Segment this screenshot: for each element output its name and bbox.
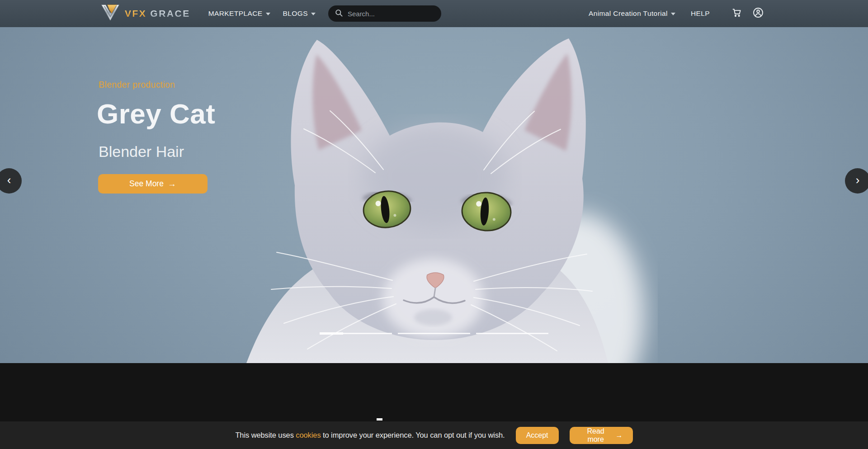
cookie-text-before: This website uses bbox=[235, 431, 296, 439]
nav-item-blogs[interactable]: BLOGS bbox=[283, 9, 316, 18]
carousel-next-button[interactable]: › bbox=[845, 168, 868, 194]
carousel-indicator-1[interactable] bbox=[320, 333, 392, 334]
section-divider-dash bbox=[377, 418, 382, 421]
chevron-down-icon bbox=[311, 13, 316, 15]
brand-grace: GRACE bbox=[150, 8, 190, 19]
accept-label: Accept bbox=[526, 431, 548, 440]
arrow-right-icon: → bbox=[616, 431, 623, 440]
logo-mark-icon bbox=[100, 4, 120, 24]
cookie-banner: This website uses cookies to improve you… bbox=[0, 421, 868, 449]
carousel-indicator-3[interactable] bbox=[476, 333, 548, 334]
carousel-indicators bbox=[320, 333, 548, 334]
content-section bbox=[0, 363, 868, 421]
brand-vfx: VFX bbox=[125, 8, 146, 19]
search-input[interactable] bbox=[348, 10, 438, 18]
chevron-down-icon bbox=[671, 13, 675, 15]
hero-title: Grey Cat bbox=[97, 98, 215, 130]
nav-item-animal-creation-tutorial[interactable]: Animal Creation Tutorial bbox=[589, 9, 675, 18]
read-more-button[interactable]: Read more → bbox=[570, 427, 633, 444]
nav-item-label: MARKETPLACE bbox=[208, 9, 263, 18]
chevron-right-icon: › bbox=[856, 173, 860, 187]
cookie-text-after: to improve your experience. You can opt … bbox=[321, 431, 505, 439]
read-more-label: Read more bbox=[580, 427, 612, 444]
nav-item-label: Animal Creation Tutorial bbox=[589, 9, 668, 18]
search-icon bbox=[335, 9, 343, 19]
account-icon bbox=[752, 7, 764, 20]
hero-carousel: Blender production Grey Cat Blender Hair… bbox=[0, 27, 868, 363]
nav-item-label: BLOGS bbox=[283, 9, 308, 18]
nav-item-marketplace[interactable]: MARKETPLACE bbox=[208, 9, 270, 18]
nav-item-label: HELP bbox=[691, 9, 710, 18]
search-bar bbox=[328, 5, 441, 22]
page: VFX GRACE MARKETPLACE BLOGS bbox=[0, 0, 868, 449]
nav-item-help[interactable]: HELP bbox=[691, 9, 710, 18]
see-more-label: See More bbox=[129, 179, 164, 189]
cookies-link[interactable]: cookies bbox=[296, 431, 321, 439]
cart-button[interactable] bbox=[731, 7, 742, 20]
chevron-down-icon bbox=[266, 13, 270, 15]
top-nav: VFX GRACE MARKETPLACE BLOGS bbox=[0, 0, 868, 27]
hero-image-grey-cat bbox=[0, 27, 868, 363]
hero-eyebrow: Blender production bbox=[99, 80, 175, 90]
arrow-right-icon: → bbox=[168, 180, 176, 188]
cart-icon bbox=[731, 7, 742, 20]
brand-logo[interactable]: VFX GRACE bbox=[100, 4, 190, 24]
carousel-progress bbox=[320, 332, 343, 335]
accept-button[interactable]: Accept bbox=[516, 427, 559, 444]
chevron-left-icon: ‹ bbox=[7, 173, 11, 187]
carousel-indicator-2[interactable] bbox=[398, 333, 470, 334]
cookie-message: This website uses cookies to improve you… bbox=[235, 431, 505, 440]
hero-subtitle: Blender Hair bbox=[99, 143, 184, 161]
see-more-button[interactable]: See More → bbox=[98, 174, 208, 194]
account-button[interactable] bbox=[752, 7, 764, 20]
brand-name: VFX GRACE bbox=[125, 8, 190, 19]
